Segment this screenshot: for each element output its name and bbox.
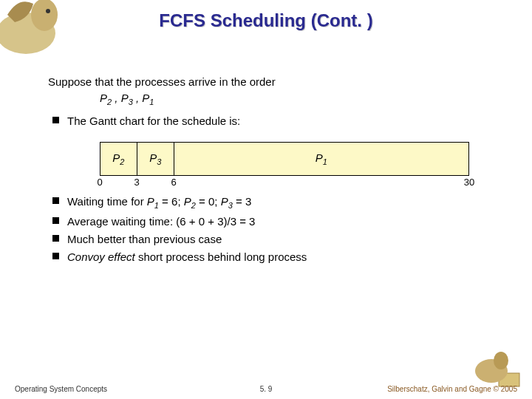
tick-0: 0 (97, 176, 102, 190)
slide: FCFS Scheduling (Cont. ) Suppose that th… (0, 0, 532, 399)
gantt-seg-p2: P2 (100, 143, 137, 175)
bullet-list-bottom: Waiting time for P1 = 6; P2 = 0; P3 = 3 … (48, 194, 502, 265)
gantt-ticks: 0 3 6 30 (100, 176, 469, 189)
gantt-bar: P2 P3 P1 (100, 142, 469, 176)
intro-text: Suppose that the processes arrive in the… (48, 74, 502, 109)
gantt-seg-p1: P1 (174, 143, 468, 175)
intro-line-1: Suppose that the processes arrive in the… (48, 74, 502, 90)
bullet-avg-wait: Average waiting time: (6 + 0 + 3)/3 = 3 (48, 214, 502, 230)
slide-body: Suppose that the processes arrive in the… (48, 74, 502, 267)
slide-footer: Operating System Concepts 5. 9 Silbersch… (15, 385, 517, 393)
svg-point-5 (494, 352, 508, 369)
gantt-seg-p3: P3 (137, 143, 174, 175)
slide-title: FCFS Scheduling (Cont. ) (0, 10, 532, 31)
svg-point-4 (475, 359, 508, 383)
bullet-list-top: The Gantt chart for the schedule is: (48, 113, 502, 129)
bullet-waiting-times: Waiting time for P1 = 6; P2 = 0; P3 = 3 (48, 194, 502, 212)
bullet-better: Much better than previous case (48, 231, 502, 248)
bullet-convoy: Convoy effect short process behind long … (48, 249, 502, 265)
tick-3: 3 (134, 176, 139, 190)
tick-6: 6 (171, 176, 176, 190)
tick-30: 30 (464, 176, 474, 190)
intro-order: P2 , P3 , P1 (48, 90, 502, 109)
gantt-chart: P2 P3 P1 0 3 6 30 (100, 142, 469, 189)
bullet-gantt-intro: The Gantt chart for the schedule is: (48, 113, 502, 129)
footer-page-number: 5. 9 (15, 385, 517, 393)
